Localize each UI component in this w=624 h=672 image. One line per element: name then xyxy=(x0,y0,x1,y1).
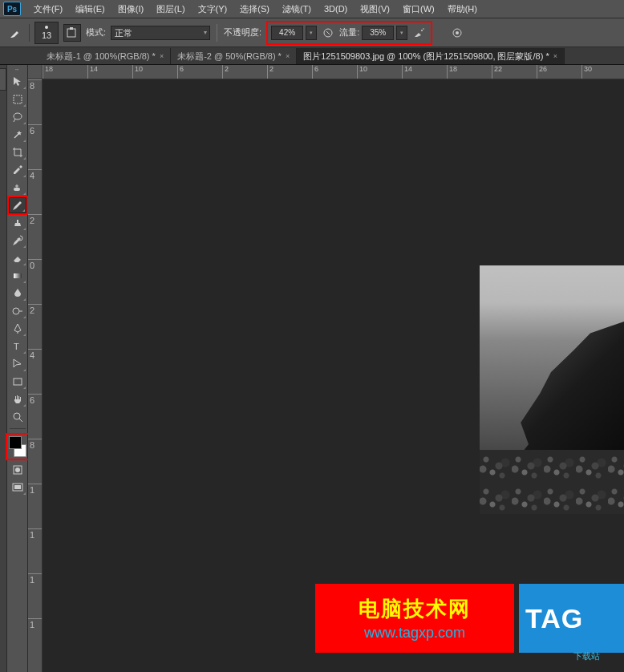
svg-point-6 xyxy=(456,31,459,34)
pressure-opacity-icon[interactable] xyxy=(319,24,337,42)
clone-stamp-tool[interactable] xyxy=(9,215,26,231)
ruler-tick: 2 xyxy=(222,65,267,79)
svg-rect-7 xyxy=(14,95,22,103)
svg-rect-10 xyxy=(14,273,22,278)
current-tool-icon[interactable] xyxy=(6,24,24,42)
menu-text[interactable]: 文字(Y) xyxy=(192,3,234,15)
opacity-dropdown[interactable]: ▾ xyxy=(306,26,317,40)
menu-help[interactable]: 帮助(H) xyxy=(441,3,484,15)
watermark-tag: TAG xyxy=(525,603,583,634)
tab-doc-3[interactable]: 图片1251509803.jpg @ 100% (图片1251509800, 图… xyxy=(297,48,565,64)
blend-mode-select[interactable]: 正常 xyxy=(111,26,210,40)
mode-label: 模式: xyxy=(86,26,106,38)
screen-mode-tool[interactable] xyxy=(9,480,26,496)
gradient-tool[interactable] xyxy=(9,268,26,284)
ruler-tick: 14 xyxy=(87,65,132,79)
blur-tool[interactable] xyxy=(9,285,26,302)
ruler-tick: 8 xyxy=(28,439,43,484)
menu-select[interactable]: 选择(S) xyxy=(233,3,276,15)
ruler-tick: 2 xyxy=(28,304,43,349)
panel-dock-strip xyxy=(0,65,7,672)
tab-doc-1[interactable]: 未标题-1 @ 100%(RGB/8) * × xyxy=(40,48,171,64)
svg-point-4 xyxy=(423,28,424,30)
svg-text:T: T xyxy=(14,342,19,351)
horizontal-ruler[interactable]: 18 14 10 6 2 2 6 10 14 18 22 26 30 xyxy=(43,65,624,79)
menu-edit[interactable]: 编辑(E) xyxy=(69,3,111,15)
marquee-tool[interactable] xyxy=(9,91,26,107)
zoom-tool[interactable] xyxy=(9,409,26,425)
vertical-ruler[interactable]: 8 6 4 2 0 2 4 6 8 1 1 1 1 xyxy=(28,79,43,672)
opacity-input[interactable] xyxy=(271,26,303,40)
pen-tool[interactable] xyxy=(9,321,26,337)
type-tool[interactable]: T xyxy=(9,338,26,354)
ruler-tick: 18 xyxy=(447,65,492,79)
collapsed-panel-tab[interactable] xyxy=(0,68,6,91)
ruler-tick: 10 xyxy=(132,65,177,79)
crop-tool[interactable] xyxy=(9,144,26,160)
document-tabs: 未标题-1 @ 100%(RGB/8) * × 未标题-2 @ 50%(RGB/… xyxy=(0,47,624,65)
ruler-tick: 14 xyxy=(402,65,447,79)
menu-window[interactable]: 窗口(W) xyxy=(396,3,441,15)
lasso-tool[interactable] xyxy=(9,109,26,125)
tab-label: 图片1251509803.jpg @ 100% (图片1251509800, 图… xyxy=(303,51,549,63)
path-selection-tool[interactable] xyxy=(9,356,26,372)
brush-tool[interactable] xyxy=(9,197,26,213)
svg-point-11 xyxy=(13,308,19,314)
eyedropper-tool[interactable] xyxy=(9,162,26,178)
brush-panel-toggle[interactable] xyxy=(63,24,81,42)
document-image xyxy=(480,265,624,514)
quick-mask-tool[interactable] xyxy=(9,462,26,478)
menu-image[interactable]: 图像(I) xyxy=(111,3,150,15)
ruler-tick: 4 xyxy=(28,169,43,214)
close-icon[interactable]: × xyxy=(553,52,557,60)
flow-dropdown[interactable]: ▾ xyxy=(396,26,407,40)
ruler-tick: 6 xyxy=(28,394,43,439)
watermark-url: www.tagxp.com xyxy=(364,625,465,642)
ruler-origin[interactable] xyxy=(28,65,43,79)
menu-layer[interactable]: 图层(L) xyxy=(150,3,191,15)
move-tool[interactable] xyxy=(9,74,26,90)
menu-view[interactable]: 视图(V) xyxy=(354,3,396,15)
menu-bar: Ps 文件(F) 编辑(E) 图像(I) 图层(L) 文字(Y) 选择(S) 滤… xyxy=(0,0,624,18)
tab-label: 未标题-1 @ 100%(RGB/8) * xyxy=(47,51,156,63)
ruler-tick: 1 xyxy=(28,618,43,663)
eraser-tool[interactable] xyxy=(9,250,26,266)
close-icon[interactable]: × xyxy=(286,52,290,60)
ruler-tick: 2 xyxy=(28,214,43,259)
options-bar: 13 模式: 正常 ▾ 不透明度: ▾ 流量: ▾ xyxy=(0,18,624,47)
toolbox: ┅ T xyxy=(7,65,28,672)
ruler-tick: 4 xyxy=(28,349,43,394)
healing-brush-tool[interactable] xyxy=(9,180,26,196)
history-brush-tool[interactable] xyxy=(9,233,26,249)
ruler-tick: 8 xyxy=(28,79,43,124)
grip-icon[interactable]: ┅ xyxy=(8,67,27,73)
divider xyxy=(217,24,217,42)
rectangle-tool[interactable] xyxy=(9,374,26,390)
menu-file[interactable]: 文件(F) xyxy=(27,3,69,15)
svg-rect-1 xyxy=(70,27,73,30)
hand-tool[interactable] xyxy=(9,391,26,407)
foreground-color[interactable] xyxy=(9,436,22,449)
airbrush-icon[interactable] xyxy=(410,24,427,42)
magic-wand-tool[interactable] xyxy=(9,127,26,143)
brush-preset-picker[interactable]: 13 xyxy=(34,22,59,44)
ruler-tick: 30 xyxy=(581,65,624,79)
svg-rect-18 xyxy=(14,485,21,489)
svg-rect-13 xyxy=(14,379,22,385)
ruler-tick: 22 xyxy=(492,65,537,79)
canvas[interactable]: 18 14 10 6 2 2 6 10 14 18 22 26 30 8 6 4… xyxy=(28,65,624,672)
svg-point-14 xyxy=(14,413,20,419)
flow-input[interactable] xyxy=(362,26,394,40)
color-swatch[interactable] xyxy=(7,435,28,459)
tab-doc-2[interactable]: 未标题-2 @ 50%(RGB/8) * × xyxy=(171,48,297,64)
svg-point-3 xyxy=(421,30,423,31)
pressure-size-icon[interactable] xyxy=(448,24,466,42)
menu-3d[interactable]: 3D(D) xyxy=(318,4,354,14)
ruler-tick: 1 xyxy=(28,528,43,573)
svg-rect-0 xyxy=(67,29,75,37)
menu-filter[interactable]: 滤镜(T) xyxy=(276,3,318,15)
close-icon[interactable]: × xyxy=(160,52,164,60)
dodge-tool[interactable] xyxy=(9,303,26,319)
divider xyxy=(29,24,30,42)
brush-size-value: 13 xyxy=(42,30,51,40)
